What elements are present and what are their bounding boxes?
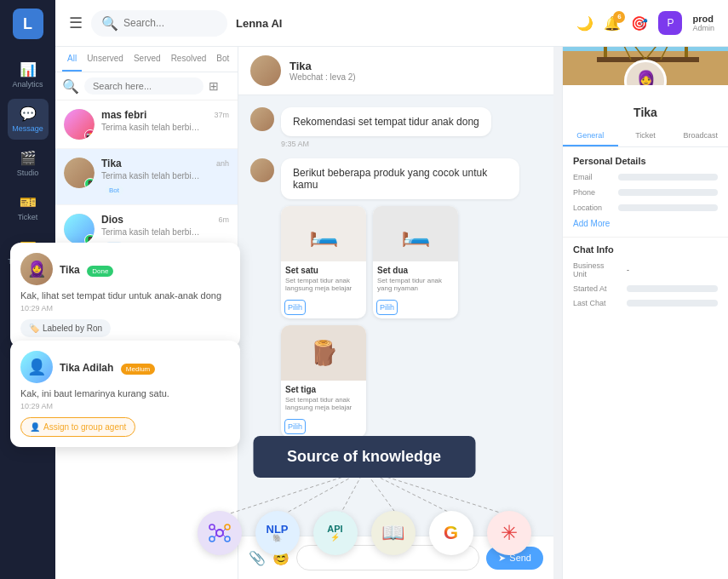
knowledge-icon-asterisk[interactable]: ✳	[487, 511, 531, 555]
message-bubble-products: Berikut beberapa produk yang cocok untuk…	[281, 158, 519, 438]
sidebar-item-ticket[interactable]: 🎫 Ticket	[8, 187, 49, 228]
api-sub: ⚡	[330, 534, 340, 542]
chat-info-title: Chat Info	[573, 244, 718, 255]
detail-label-location: Location	[573, 204, 611, 212]
ticket-icon: 🎫	[20, 194, 37, 210]
sidebar-logo[interactable]: L	[13, 9, 43, 39]
moon-icon[interactable]: 🌙	[576, 15, 593, 32]
conv-name-dios: Dios	[101, 214, 123, 226]
conversation-item-tika[interactable]: 📱 Tika anh Terima kasih telah berbicara …	[55, 149, 238, 205]
svg-line-21	[215, 529, 216, 531]
tab-bot[interactable]: Bot	[211, 47, 234, 72]
notif-action-2[interactable]: 👤 Assign to group agent	[20, 417, 135, 437]
message-row-products: Berikut beberapa produk yang cocok untuk…	[250, 158, 542, 438]
analytics-icon: 📊	[20, 61, 37, 77]
platform-whatsapp: 📱	[84, 178, 95, 188]
svg-point-16	[216, 530, 223, 536]
product-info-2: Set dua Set tempat tidur anak yang nyama…	[373, 261, 458, 296]
product-card-1[interactable]: 🛏️ Set satu Set tempat tidur anak langsu…	[281, 206, 366, 318]
tab-all[interactable]: All	[62, 47, 82, 72]
knowledge-icon-wikipedia[interactable]: 📖	[371, 511, 416, 555]
info-label-started: Started At	[573, 284, 620, 293]
tab-general[interactable]: General	[563, 126, 618, 146]
studio-icon: 🎬	[20, 150, 37, 166]
knowledge-icon-nlp[interactable]: NLP 🐘	[255, 511, 300, 555]
conv-avatar-dios: 📱	[64, 214, 95, 244]
target-icon[interactable]: 🎯	[631, 15, 648, 32]
header-right: 🌙 🔔 6 🎯 P prod Admin	[576, 11, 714, 35]
product-card-2[interactable]: 🛏️ Set dua Set tempat tidur anak yang ny…	[373, 206, 458, 318]
sidebar-label-ticket: Ticket	[18, 213, 38, 221]
svg-line-23	[215, 535, 216, 537]
top-header: ☰ 🔍 Lenna AI 🌙 🔔 6 🎯 P prod Admin	[55, 0, 728, 47]
conv-message-dios: Terima kasih telah berbicara de...	[101, 227, 203, 237]
conversation-tabs: All Unserved Served Resolved Bot	[55, 47, 238, 72]
product-info-3: Set tiga Set tempat tidur anak langsung …	[281, 381, 366, 416]
product-btn-2[interactable]: Pilih	[376, 300, 398, 315]
info-row-started: Started At	[573, 284, 718, 293]
conv-content-masfebri: mas febri 37m Terima kasih telah berbica…	[101, 109, 229, 132]
notif-avatar-2: 👤	[20, 351, 53, 383]
conv-name: mas febri	[101, 109, 146, 121]
knowledge-icon-google[interactable]: G	[429, 511, 473, 555]
sidebar-item-message[interactable]: 💬 Message	[8, 99, 49, 140]
tab-broadcast[interactable]: Broadcast	[673, 126, 728, 146]
product-name-1: Set satu	[285, 266, 362, 275]
product-desc-3: Set tempat tidur anak langsung meja bela…	[285, 396, 362, 411]
conversation-search[interactable]: 🔍 ⊞	[55, 72, 238, 100]
message-time: 9:35 AM	[281, 140, 491, 148]
product-card-3[interactable]: 🪵 Set tiga Set tempat tidur anak langsun…	[281, 325, 366, 438]
conv-time-tika: anh	[216, 159, 229, 168]
notification-bell[interactable]: 🔔 6	[604, 15, 621, 32]
add-more-button[interactable]: Add More	[573, 219, 718, 228]
contact-avatar: 🧕	[624, 60, 667, 85]
hamburger-icon[interactable]: ☰	[69, 14, 83, 32]
detail-row-location: Location	[573, 204, 718, 212]
product-btn-3[interactable]: Pilih	[284, 419, 306, 434]
label-icon: 🏷️	[29, 324, 39, 333]
chat-info-section: Chat Info Business Unit - Started At Las…	[563, 237, 728, 320]
logo-text: L	[23, 15, 32, 33]
google-text: G	[444, 522, 458, 544]
product-btn-1[interactable]: Pilih	[284, 300, 306, 315]
tab-unserved[interactable]: Unserved	[82, 47, 129, 72]
product-info-1: Set satu Set tempat tidur anak langsung …	[281, 261, 366, 296]
notif-name-1: Tika	[60, 264, 80, 276]
notif-badge-medium: Medium	[121, 364, 155, 375]
tab-ticket[interactable]: Ticket	[618, 126, 674, 146]
status-badge-bot: Bot	[105, 186, 123, 195]
sidebar-item-studio[interactable]: 🎬 Studio	[8, 143, 49, 184]
sidebar-label-message: Message	[12, 124, 43, 133]
knowledge-icons: NLP 🐘 API ⚡ 📖 G ✳	[198, 511, 531, 555]
knowledge-icon-api[interactable]: API ⚡	[313, 511, 358, 555]
user-info: prod Admin	[692, 14, 714, 32]
detail-row-phone: Phone	[573, 188, 718, 197]
conv-avatar-tika: 📱	[64, 158, 95, 188]
search-box[interactable]: 🔍	[91, 10, 227, 37]
chat-user-name: Tika	[289, 60, 542, 72]
knowledge-title: Source of knowledge	[287, 448, 441, 465]
search-input[interactable]	[123, 17, 226, 29]
chat-user-sub: Webchat : leva 2)	[289, 72, 542, 82]
notif-header-1: 🧕 Tika Done	[20, 253, 230, 285]
notif-action-text-1: Labeled by Ron	[43, 324, 102, 333]
tab-resolved[interactable]: Resolved	[166, 47, 212, 72]
detail-value-phone	[618, 189, 718, 196]
chat-user-info: Tika Webchat : leva 2)	[289, 60, 542, 82]
sidebar-item-analytics[interactable]: 📊 Analytics	[8, 54, 49, 95]
nlp-sub: 🐘	[272, 535, 282, 542]
product-desc-2: Set tempat tidur anak yang nyaman	[377, 277, 454, 292]
product-image-1: 🛏️	[281, 206, 366, 261]
tab-served[interactable]: Served	[129, 47, 166, 72]
message-row: Rekomendasi set tempat tidur anak dong 9…	[250, 107, 542, 148]
conversation-item[interactable]: 📸 mas febri 37m Terima kasih telah berbi…	[55, 100, 238, 149]
notif-message-2: Kak, ini baut lemarinya kurang satu.	[20, 388, 230, 398]
detail-label-phone: Phone	[573, 188, 611, 197]
notif-action-1[interactable]: 🏷️ Labeled by Ron	[20, 319, 111, 337]
conv-time: 37m	[214, 111, 229, 119]
user-avatar[interactable]: P	[658, 11, 682, 35]
filter-icon[interactable]: ⊞	[209, 79, 219, 93]
knowledge-icon-graph[interactable]	[198, 511, 242, 555]
conv-search-input[interactable]	[84, 77, 203, 95]
user-role: Admin	[692, 24, 714, 32]
